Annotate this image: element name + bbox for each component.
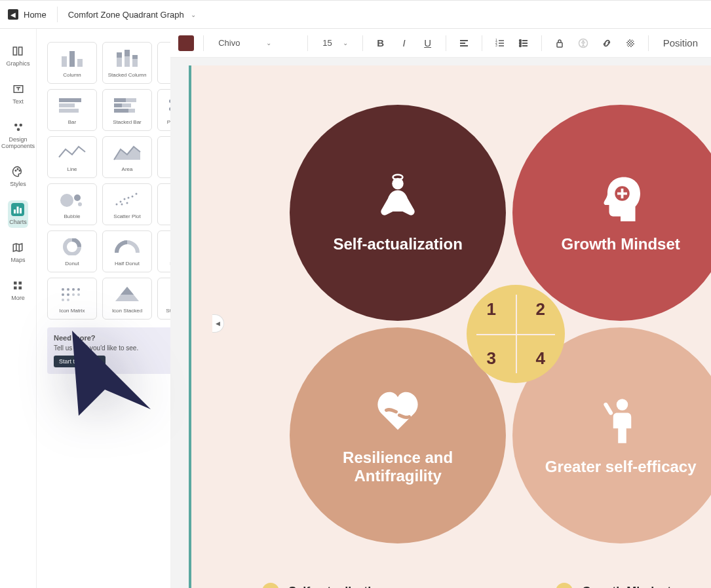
svg-point-91 [617,399,628,411]
center-num-1: 1 [467,285,516,334]
svg-rect-23 [132,55,138,59]
chart-type-column[interactable]: Column [47,42,97,84]
rail-more[interactable]: More [10,276,26,304]
canvas-area: Chivo ⌄ 15 ⌄ B I U 123 Position [170,29,711,588]
svg-point-47 [74,194,81,201]
rail-styles[interactable]: Styles [9,162,28,190]
rail-charts[interactable]: Charts [8,200,28,228]
unordered-list-button[interactable] [515,35,532,52]
start-survey-button[interactable]: Start the survey [54,356,106,367]
quadrant-graphic[interactable]: Self-actualization Growth Mindset Resili… [290,105,711,563]
scatter-plot-icon [111,190,143,210]
chart-type-radial-bar[interactable]: Radial Bar [157,230,170,272]
half-donut-icon [111,237,143,257]
need-more-title: Need more? [54,334,170,342]
chart-type-half-donut[interactable]: Half Donut [102,230,152,272]
color-swatch[interactable] [178,35,194,51]
chart-type-area[interactable]: Area [102,136,152,178]
bubble-chart-icon [56,190,88,210]
person-raise-icon [594,395,647,447]
align-button[interactable] [455,35,472,52]
chart-type-triangle[interactable]: Triangle [157,42,170,84]
separator [482,35,482,51]
chart-type-pie[interactable]: Pie [157,183,170,225]
position-button[interactable]: Position [658,35,703,52]
svg-point-79 [519,39,520,41]
chart-type-stacked-column[interactable]: Stacked Column [102,42,152,84]
chevron-down-icon: ⌄ [266,39,271,46]
center-num-4: 4 [516,334,565,383]
ordered-list-button[interactable]: 123 [491,35,509,52]
page[interactable]: Self-actualization Growth Mindset Resili… [189,65,711,588]
bar-chart-icon [56,96,88,115]
font-family-select[interactable]: Chivo ⌄ [213,38,298,48]
document-title-dropdown[interactable]: Comfort Zone Quadrant Graph ⌄ [68,10,196,20]
home-button[interactable]: ◀ Home [8,9,47,20]
chart-type-stacked-bar[interactable]: Stacked Bar [102,89,152,131]
svg-rect-0 [14,47,17,55]
svg-rect-30 [114,98,126,102]
svg-point-66 [67,293,69,296]
rail-graphics[interactable]: Graphics [5,42,31,69]
svg-point-52 [128,196,130,198]
underline-button[interactable]: U [419,35,436,52]
link-button[interactable] [598,35,615,52]
chart-type-icon-matrix[interactable]: Icon Matrix [47,278,97,320]
center-num-2: 2 [516,285,565,334]
svg-point-4 [19,124,22,127]
canvas[interactable]: Self-actualization Growth Mindset Resili… [170,58,711,588]
graphics-icon [11,45,24,58]
chart-type-line[interactable]: Line [47,136,97,178]
rail-maps[interactable]: Maps [9,238,26,266]
svg-point-49 [116,203,118,205]
chart-types-panel: Column Stacked Column Triangle Bar Stack… [37,29,170,588]
svg-point-65 [62,293,64,296]
quadrant-center: 1 2 3 4 [467,285,565,383]
svg-marker-72 [121,287,134,295]
svg-point-89 [393,175,403,180]
bold-button[interactable]: B [372,35,389,52]
palette-icon [11,165,24,178]
accessibility-button[interactable] [575,35,592,52]
column-chart-icon [56,48,88,68]
svg-rect-12 [14,282,17,285]
rail-text[interactable]: Text [10,80,26,107]
legend: 1 Self-actualization 2 Growth Mindset [262,583,671,588]
main-area: Graphics Text Design Components Styles C… [0,29,711,588]
stacked-bar-icon [111,96,143,115]
svg-rect-11 [20,208,22,213]
svg-point-8 [20,170,21,172]
svg-point-63 [72,288,75,291]
chart-type-donut[interactable]: Donut [47,230,97,272]
svg-point-55 [121,203,123,205]
font-size: 15 [322,38,332,48]
svg-rect-16 [62,56,67,67]
svg-rect-31 [126,98,136,102]
svg-point-3 [14,124,18,127]
svg-rect-35 [128,109,135,113]
chart-type-dot[interactable]: Dot [157,136,170,178]
svg-rect-28 [59,103,75,107]
transparency-button[interactable] [622,35,639,52]
lock-button[interactable] [551,35,568,52]
legend-item-1: 1 Self-actualization [262,583,385,588]
separator [203,35,204,51]
svg-rect-13 [19,282,22,285]
chart-type-icon-stacked[interactable]: Icon Stacked [102,278,152,320]
chevron-down-icon: ⌄ [191,11,196,18]
chart-type-bubble[interactable]: Bubble [47,183,97,225]
chart-type-scatter-plot[interactable]: Scatter Plot [102,183,152,225]
chevron-down-icon: ⌄ [343,39,348,46]
svg-point-6 [16,170,17,172]
chart-type-progress-bar[interactable]: Progress Bar [157,89,170,131]
back-arrow-icon: ◀ [8,9,18,20]
chart-type-bar[interactable]: Bar [47,89,97,131]
svg-rect-24 [132,59,138,67]
more-icon [11,279,24,292]
chart-type-stacked-venn[interactable]: Stacked Venn [157,278,170,320]
rail-design-components[interactable]: Design Components [0,118,36,152]
italic-button[interactable]: I [396,35,413,52]
area-chart-icon [111,143,143,162]
svg-point-70 [67,299,69,301]
font-size-select[interactable]: 15 ⌄ [317,38,353,48]
